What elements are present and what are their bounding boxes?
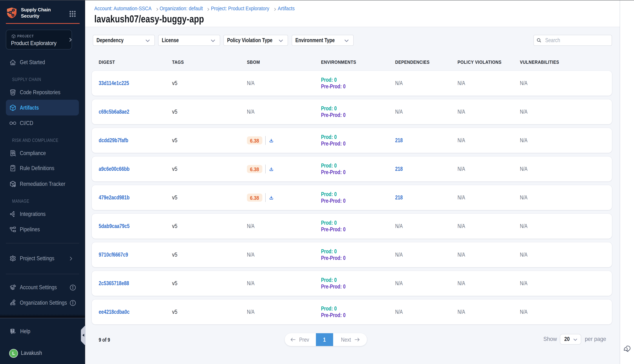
svg-text:?: ?: [11, 328, 14, 332]
